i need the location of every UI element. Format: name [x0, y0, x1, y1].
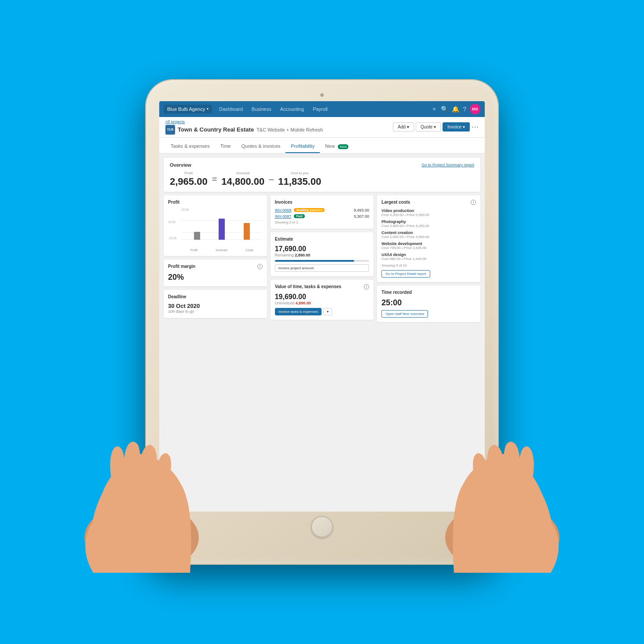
help-icon[interactable]: ? [463, 106, 466, 113]
estimate-panel: Estimate 17,690.00 Remaining 2,890.00 In… [271, 232, 374, 276]
cost-name-3: Content creation [381, 231, 476, 235]
tablet-home-button[interactable] [311, 516, 333, 538]
cost-detail-5: Cost 980.00 • Price 1,440.00 [381, 257, 476, 261]
nav-accounting[interactable]: Accounting [276, 101, 308, 117]
project-subtitle: T&C Website + Mobile Refresh [256, 127, 323, 132]
invoiced-value: 14,800.00 [221, 176, 264, 187]
profit-value: 2,965.00 [170, 176, 208, 187]
avatar[interactable]: MS [470, 104, 480, 114]
tab-tasks-expenses[interactable]: Tasks & expenses [165, 143, 215, 153]
value-info-icon[interactable]: i [364, 284, 369, 289]
cost-detail-2: Cost 3,400.00 • Price 4,250.00 [381, 224, 476, 228]
overview-report-link[interactable]: Go to Project Summary report [421, 163, 474, 167]
profit-margin-panel: Profit margin i 20% [164, 260, 267, 286]
deadline-panel: Deadline 30 Oct 2020 109 days to go [164, 290, 267, 318]
time-recorded-panel: Time recorded 25:00 Open staff time over… [377, 285, 480, 322]
tablet-shell: Blue Bulb Agency ▾ Dashboard Business Ac… [146, 80, 498, 564]
invoice-link-2[interactable]: INV-0087 [275, 214, 292, 219]
quote-button[interactable]: Quote ▾ [416, 122, 441, 132]
more-options-button[interactable]: ⋯ [472, 123, 479, 131]
tab-new[interactable]: New New [320, 143, 354, 153]
project-header: All projects TCR Town & Country Real Est… [159, 117, 485, 138]
nav-actions: ＋ 🔍 🔔 ? MS [431, 104, 480, 114]
largest-costs-title: Largest costs i [381, 200, 476, 205]
nav-bar: Blue Bulb Agency ▾ Dashboard Business Ac… [159, 101, 485, 117]
cost-name-5: UX/UI design [381, 252, 476, 257]
cost-name-1: Video production [381, 209, 476, 213]
invoice-tasks-btn-group: Invoice tasks & expenses ▾ [275, 308, 370, 315]
value-uninvoiced: Uninvoiced 4,890.00 [275, 301, 370, 305]
chart-label-costs: Costs [245, 249, 253, 252]
chart-label-profit: Profit [190, 249, 198, 252]
nav-payroll[interactable]: Payroll [308, 101, 332, 117]
invoiced-block: Invoiced 14,800.00 [221, 171, 264, 187]
cost-detail-3: Cost 2,000.00 • Price 3,500.00 [381, 235, 476, 239]
invoice-badge-1: Awaiting payment [294, 208, 325, 212]
overview-card: Overview Go to Project Summary report Pr… [164, 158, 480, 192]
company-chevron-icon: ▾ [207, 107, 209, 111]
cost-item-1: Video production Cost 4,200.00 • Price 5… [381, 209, 476, 217]
invoices-panel: Invoices INV-0068 Awaiting payment 9,493… [271, 195, 374, 229]
tab-time[interactable]: Time [215, 143, 236, 153]
estimate-remaining: Remaining 2,890.00 [275, 253, 370, 257]
largest-costs-info-icon[interactable]: i [471, 200, 476, 205]
plus-icon[interactable]: ＋ [431, 105, 437, 113]
invoice-tasks-dropdown[interactable]: ▾ [323, 308, 332, 315]
invoice-row-2: INV-0087 Paid 5,307.00 [275, 214, 370, 219]
chart-bar-costs [244, 223, 250, 240]
open-staff-time-link[interactable]: Open staff time overview [381, 310, 428, 318]
chart-y-label-bot: -15.0k [168, 237, 176, 240]
invoice-link-1[interactable]: INV-0068 [275, 208, 292, 212]
invoices-showing: Showing 2 of 2 [275, 220, 370, 224]
project-title: Town & Country Real Estate [178, 126, 254, 133]
profit-margin-title: Profit margin i [168, 264, 263, 269]
profit-label: Profit [170, 171, 208, 175]
cost-item-2: Photography Cost 3,400.00 • Price 4,250.… [381, 220, 476, 228]
invoice-badge-2: Paid [294, 214, 305, 218]
estimate-amount: 17,690.00 [275, 245, 370, 253]
tab-quotes-invoices[interactable]: Quotes & invoices [236, 143, 286, 153]
overview-header: Overview Go to Project Summary report [170, 162, 474, 168]
profit-margin-value: 20% [168, 273, 263, 282]
value-uninvoiced-value: 4,890.00 [296, 301, 311, 305]
tablet-camera [320, 93, 324, 97]
go-to-detail-link[interactable]: Go to Project Detail report [381, 270, 430, 278]
tab-profitability[interactable]: Profitability [285, 143, 320, 153]
nav-company[interactable]: Blue Bulb Agency ▾ [164, 105, 212, 113]
deadline-title: Deadline [168, 294, 263, 299]
equals-sign: = [212, 174, 217, 184]
estimate-progress-fill [275, 260, 354, 262]
cost-item-4: Website development Cost 735.00 • Price … [381, 242, 476, 250]
estimate-progress-bar [275, 260, 370, 262]
search-icon[interactable]: 🔍 [441, 106, 448, 113]
estimate-remaining-value: 2,890.00 [295, 253, 310, 257]
invoice-button[interactable]: Invoice ▾ [443, 122, 470, 132]
breadcrumb[interactable]: All projects [165, 120, 323, 124]
invoice-project-amount-button[interactable]: Invoice project amount [275, 264, 370, 272]
bell-icon[interactable]: 🔔 [452, 106, 459, 113]
chart-y-label-mid: 10.0k [168, 220, 176, 223]
nav-links: Dashboard Business Accounting Payroll [215, 101, 431, 117]
cost-name-2: Photography [381, 220, 476, 224]
chart-label-invoiced: Invoiced [216, 249, 227, 252]
project-actions: Add ▾ Quote ▾ Invoice ▾ ⋯ [393, 122, 479, 132]
nav-dashboard[interactable]: Dashboard [215, 101, 247, 117]
add-button[interactable]: Add ▾ [393, 122, 414, 132]
minus-sign: – [269, 174, 274, 184]
profit-panel-title: Profit [168, 200, 263, 205]
invoice-tasks-button[interactable]: Invoice tasks & expenses [275, 308, 322, 315]
scene: Blue Bulb Agency ▾ Dashboard Business Ac… [146, 80, 498, 564]
profit-margin-info-icon[interactable]: i [257, 264, 263, 269]
time-recorded-title: Time recorded [381, 290, 476, 295]
overview-title: Overview [170, 162, 191, 168]
deadline-date: 30 Oct 2020 [168, 303, 263, 309]
invoice-row-1: INV-0068 Awaiting payment 9,493.00 [275, 208, 370, 212]
tablet-screen: Blue Bulb Agency ▾ Dashboard Business Ac… [159, 101, 485, 512]
nav-business[interactable]: Business [247, 101, 276, 117]
estimate-title: Estimate [275, 237, 370, 242]
chart-bar-invoiced [219, 219, 225, 240]
invoice-amount-1: 9,493.00 [354, 208, 369, 212]
new-tab-badge: New [338, 144, 348, 149]
cost-item-3: Content creation Cost 2,000.00 • Price 3… [381, 231, 476, 239]
invoice-amount-2: 5,307.00 [354, 214, 369, 219]
